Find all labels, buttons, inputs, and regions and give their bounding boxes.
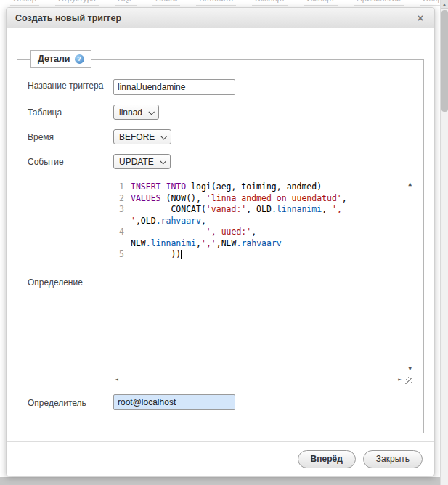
page-bottom-strip bbox=[0, 477, 440, 485]
code-editor-lines: 1INSERT INTO logi(aeg, toiming, andmed)2… bbox=[113, 182, 402, 261]
definition-row: Определение 1INSERT INTO logi(aeg, toimi… bbox=[28, 179, 413, 385]
details-legend: Детали ? bbox=[30, 50, 91, 68]
dialog-title: Создать новый триггер bbox=[15, 13, 121, 23]
time-row: Время BEFORE bbox=[28, 129, 413, 144]
time-select-value: BEFORE bbox=[119, 132, 155, 142]
go-button[interactable]: Вперёд bbox=[298, 450, 356, 468]
chevron-down-icon bbox=[148, 109, 154, 115]
trigger-name-row: Название триггера bbox=[28, 79, 413, 95]
bg-tab: Поиск bbox=[152, 0, 180, 6]
trigger-name-label: Название триггера bbox=[28, 79, 113, 91]
resize-grip-icon[interactable] bbox=[405, 377, 412, 384]
definer-row: Определитель bbox=[28, 394, 413, 410]
definition-label: Определение bbox=[28, 276, 113, 288]
close-button[interactable]: Закрыть bbox=[363, 450, 423, 468]
line-number: 5 bbox=[113, 249, 131, 261]
line-number bbox=[113, 216, 131, 227]
code-line: 2VALUES (NOW(), 'linna andmed on uuendat… bbox=[113, 193, 402, 205]
page-scrollbar[interactable]: ▲ bbox=[440, 0, 448, 485]
table-select[interactable]: linnad bbox=[113, 105, 159, 120]
code-text: )) bbox=[131, 249, 182, 261]
line-number: 3 bbox=[113, 204, 131, 216]
bg-tab: SQL bbox=[115, 0, 137, 6]
screen: ОбзорСтруктураSQLПоискВставитьЭкспортИмп… bbox=[0, 0, 448, 485]
background-tabs: ОбзорСтруктураSQLПоискВставитьЭкспортИмп… bbox=[10, 0, 426, 6]
line-number: 1 bbox=[113, 182, 131, 193]
chevron-down-icon bbox=[160, 158, 166, 164]
bg-tab: Экспорт bbox=[252, 0, 288, 6]
scroll-right-icon[interactable]: ► bbox=[398, 377, 402, 383]
code-line: ',OLD.rahvaarv, bbox=[113, 216, 402, 227]
code-text: NEW.linnanimi,',',NEW.rahvaarv bbox=[131, 238, 282, 250]
table-row: Таблица linnad bbox=[28, 105, 413, 120]
text-cursor bbox=[181, 250, 182, 259]
code-text: CONCAT('vanad:', OLD.linnanimi, ', bbox=[131, 204, 347, 216]
event-select[interactable]: UPDATE bbox=[113, 154, 171, 169]
table-select-value: linnad bbox=[119, 107, 142, 118]
code-line: 5 )) bbox=[113, 249, 402, 261]
code-text: ',OLD.rahvaarv, bbox=[131, 216, 206, 227]
dialog-buttonpane: Вперёд Закрыть bbox=[7, 441, 434, 476]
definer-input[interactable] bbox=[113, 394, 235, 410]
scroll-left-icon[interactable]: ◄ bbox=[115, 377, 118, 383]
table-label: Таблица bbox=[28, 106, 113, 118]
code-text: VALUES (NOW(), 'linna andmed on uuendatu… bbox=[131, 193, 347, 205]
line-number bbox=[113, 238, 131, 250]
dialog-titlebar[interactable]: Создать новый триггер × bbox=[7, 8, 434, 28]
line-number: 4 bbox=[113, 227, 131, 238]
event-row: Событие UPDATE bbox=[28, 154, 413, 169]
sql-code-editor[interactable]: 1INSERT INTO logi(aeg, toiming, andmed)2… bbox=[113, 179, 413, 385]
bg-tab: Структура bbox=[55, 0, 99, 6]
code-text: INSERT INTO logi(aeg, toiming, andmed) bbox=[131, 182, 322, 193]
scrollbar-thumb[interactable] bbox=[441, 10, 448, 112]
scrollbar-up-icon[interactable]: ▲ bbox=[441, 0, 448, 9]
bg-tab: Привилегии bbox=[354, 0, 404, 6]
close-icon[interactable]: × bbox=[414, 12, 427, 25]
definer-label: Определитель bbox=[28, 396, 113, 409]
scroll-down-icon[interactable]: ▼ bbox=[408, 366, 412, 372]
time-select[interactable]: BEFORE bbox=[113, 129, 171, 144]
code-text: ', uued:', bbox=[131, 227, 256, 238]
bg-tab: Обзор bbox=[10, 0, 39, 6]
dialog-content: Детали ? Название триггера Таблица linna… bbox=[7, 28, 434, 441]
chevron-down-icon bbox=[161, 134, 167, 139]
time-label: Время bbox=[28, 131, 113, 143]
code-line: 4 ', uued:', bbox=[113, 227, 402, 238]
help-icon[interactable]: ? bbox=[75, 54, 84, 64]
bg-tab: Импорт bbox=[304, 0, 337, 6]
code-line: NEW.linnanimi,',',NEW.rahvaarv bbox=[113, 238, 402, 250]
trigger-name-input[interactable] bbox=[113, 79, 235, 95]
bg-tab: Вставить bbox=[196, 0, 236, 6]
scroll-up-icon[interactable]: ▲ bbox=[408, 182, 412, 187]
details-legend-label: Детали bbox=[38, 54, 70, 64]
create-trigger-dialog: Создать новый триггер × Детали ? Названи… bbox=[6, 7, 435, 476]
code-line: 3 CONCAT('vanad:', OLD.linnanimi, ', bbox=[113, 204, 402, 216]
details-fieldset: Детали ? Название триггера Таблица linna… bbox=[17, 50, 424, 433]
code-line: 1INSERT INTO logi(aeg, toiming, andmed) bbox=[113, 182, 402, 193]
line-number: 2 bbox=[113, 193, 131, 205]
event-label: Событие bbox=[28, 155, 113, 168]
event-select-value: UPDATE bbox=[119, 157, 154, 167]
